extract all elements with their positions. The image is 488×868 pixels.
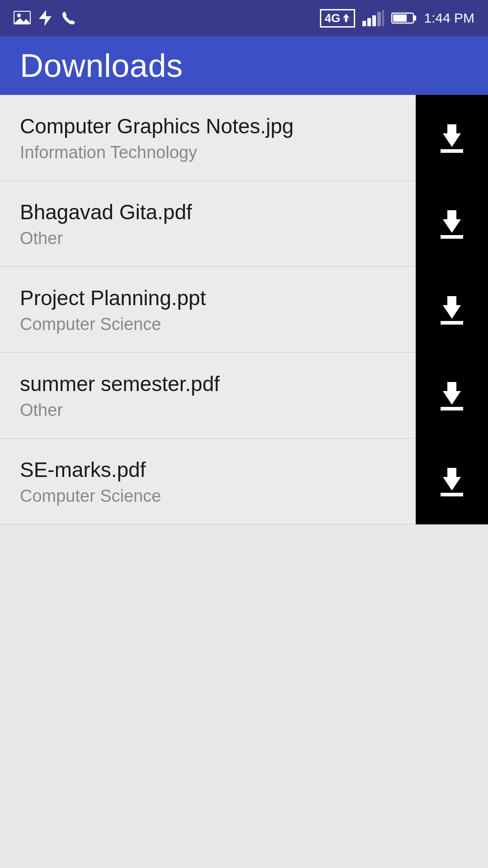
battery-icon [391, 11, 417, 25]
item-info-2: Bhagavad Gita.pdf Other [20, 199, 416, 248]
svg-marker-3 [39, 10, 52, 26]
svg-marker-15 [443, 124, 461, 147]
download-button-4[interactable] [416, 353, 488, 439]
status-bar-right-icons: 4G 1:44 PM [320, 9, 474, 28]
download-button-3[interactable] [416, 267, 488, 353]
signal-icon [362, 10, 384, 26]
network-badge: 4G [320, 9, 356, 28]
svg-rect-16 [441, 149, 463, 153]
svg-marker-17 [443, 210, 461, 233]
svg-rect-24 [441, 493, 463, 496]
status-bar-left-icons [14, 10, 76, 26]
download-button-1[interactable] [416, 95, 488, 181]
download-button-2[interactable] [416, 181, 488, 267]
svg-rect-10 [382, 10, 384, 26]
item-name-4: summer semester.pdf [20, 371, 416, 398]
item-info-4: summer semester.pdf Other [20, 371, 416, 420]
svg-rect-20 [441, 321, 463, 325]
item-name-3: Project Planning.ppt [20, 285, 416, 312]
svg-rect-12 [393, 14, 407, 22]
svg-rect-9 [377, 12, 381, 26]
download-item-1: Computer Graphics Notes.jpg Information … [0, 95, 488, 181]
svg-rect-8 [372, 15, 376, 26]
empty-area [0, 524, 488, 868]
svg-marker-19 [443, 296, 461, 319]
item-info-5: SE-marks.pdf Computer Science [20, 457, 416, 506]
download-item-2: Bhagavad Gita.pdf Other [0, 181, 488, 267]
image-status-icon [14, 11, 31, 25]
svg-marker-23 [443, 468, 461, 491]
item-category-1: Information Technology [20, 143, 416, 162]
download-list: Computer Graphics Notes.jpg Information … [0, 95, 488, 524]
svg-rect-18 [441, 235, 463, 239]
phone-status-icon [61, 11, 76, 25]
app-header: Downloads [0, 36, 488, 95]
page-title: Downloads [20, 47, 183, 84]
svg-point-1 [17, 14, 21, 17]
download-item-5: SE-marks.pdf Computer Science [0, 439, 488, 524]
status-time: 1:44 PM [424, 10, 474, 26]
svg-rect-13 [414, 15, 416, 21]
item-category-3: Computer Science [20, 315, 416, 334]
svg-marker-2 [14, 18, 30, 24]
item-category-4: Other [20, 401, 416, 420]
svg-marker-21 [443, 382, 461, 405]
download-button-5[interactable] [416, 439, 488, 524]
svg-rect-6 [362, 21, 366, 26]
item-info-1: Computer Graphics Notes.jpg Information … [20, 113, 416, 162]
item-name-2: Bhagavad Gita.pdf [20, 199, 416, 226]
status-bar: 4G 1:44 PM [0, 0, 488, 36]
svg-marker-5 [343, 14, 349, 22]
download-item-3: Project Planning.ppt Computer Science [0, 267, 488, 353]
item-info-3: Project Planning.ppt Computer Science [20, 285, 416, 334]
alert-status-icon [39, 10, 53, 26]
svg-rect-7 [367, 18, 371, 26]
download-item-4: summer semester.pdf Other [0, 353, 488, 439]
item-name-1: Computer Graphics Notes.jpg [20, 113, 416, 140]
svg-rect-22 [441, 407, 463, 410]
item-category-5: Computer Science [20, 486, 416, 506]
item-name-5: SE-marks.pdf [20, 457, 416, 484]
item-category-2: Other [20, 229, 416, 248]
